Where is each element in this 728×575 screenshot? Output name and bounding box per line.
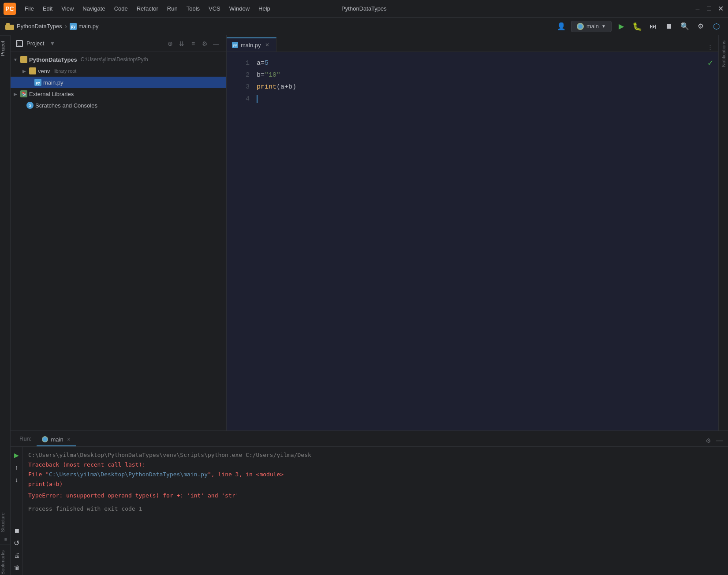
title-bar: PC File Edit View Navigate Code Refactor…	[0, 0, 728, 18]
run-sidebar-print-btn[interactable]: 🖨	[12, 550, 22, 560]
run-console: C:\Users\yilma\Desktop\PythonDataTypes\v…	[23, 447, 728, 575]
main-py-file-icon: py	[34, 79, 41, 86]
tree-venv[interactable]: ▶ venv library root	[11, 65, 226, 77]
sidebar-bookmarks-tab[interactable]: Bookmarks	[0, 545, 10, 575]
console-line-traceback: Traceback (most recent call last):	[28, 460, 723, 470]
tree-root[interactable]: ▼ PythonDataTypes C:\Users\yilma\Desktop…	[11, 54, 226, 65]
bottom-tab-actions: ⚙ —	[703, 436, 728, 445]
line-numbers: 1 2 3 4	[227, 52, 253, 430]
code-line-3: print(a+b)	[253, 81, 718, 93]
add-content-icon[interactable]: ⊕	[165, 39, 175, 48]
breadcrumb-file: py main.py	[70, 23, 99, 30]
editor-content[interactable]: 1 2 3 4 a = 5 b = "10"	[227, 52, 718, 430]
menu-code[interactable]: Code	[111, 4, 131, 14]
run-config-name: main	[586, 23, 599, 30]
root-name: PythonDataTypes	[29, 56, 77, 63]
editor-tab-main-py[interactable]: py main.py ✕	[227, 37, 276, 52]
project-folder-icon	[5, 23, 14, 30]
bottom-tabs-bar: Run: main ✕ ⚙ —	[11, 431, 728, 447]
run-sidebar-stop-btn[interactable]: ⏹	[12, 526, 22, 535]
tree-arrow-extlibs: ▶	[12, 91, 19, 97]
sidebar-structure-tab[interactable]: ≡ Structure	[0, 507, 10, 545]
run-panel-settings-icon[interactable]: ⚙	[703, 436, 713, 445]
run-sidebar: ▶ ↑ ↓ ⏹ ↺ 🖨 🗑	[11, 447, 23, 575]
run-sidebar-down-btn[interactable]: ↓	[12, 475, 22, 485]
maximize-button[interactable]: □	[705, 5, 713, 13]
window-controls: – □ ✕	[694, 5, 724, 13]
check-mark-icon: ✓	[708, 57, 713, 68]
run-sidebar-play-btn[interactable]: ▶	[12, 450, 22, 460]
menu-help[interactable]: Help	[255, 4, 274, 14]
search-button[interactable]: 🔍	[679, 20, 691, 33]
menu-file[interactable]: File	[21, 4, 37, 14]
plugins-button[interactable]: ⬡	[710, 20, 723, 33]
options-icon[interactable]: ≡	[188, 39, 198, 48]
step-over-button[interactable]: ⏭	[647, 20, 659, 33]
settings-gear-icon[interactable]: ⚙	[200, 39, 209, 48]
panel-dropdown-icon[interactable]: ▼	[49, 40, 55, 47]
console-line-path: C:\Users\yilma\Desktop\PythonDataTypes\v…	[28, 450, 723, 460]
run-tab-close-icon[interactable]: ✕	[67, 437, 71, 442]
run-output-area: ▶ ↑ ↓ ⏹ ↺ 🖨 🗑 C:\Users\yilma\Desktop\Pyt…	[11, 447, 728, 575]
collapse-all-icon[interactable]: ⇊	[177, 39, 187, 48]
panel-title: Project	[26, 40, 44, 47]
main-py-name: main.py	[43, 79, 63, 86]
menu-view[interactable]: View	[58, 4, 77, 14]
scratches-name: Scratches and Consoles	[35, 102, 97, 109]
notifications-label[interactable]: Notifications	[721, 35, 726, 72]
tab-py-icon: py	[232, 42, 238, 48]
root-folder-icon	[20, 56, 27, 63]
tree-main-py[interactable]: py main.py	[11, 77, 226, 88]
scratches-icon: S	[26, 102, 34, 109]
menu-vcs[interactable]: VCS	[205, 4, 224, 14]
editor-tab-actions: ⋮	[705, 42, 715, 52]
file-tree: ▼ PythonDataTypes C:\Users\yilma\Desktop…	[11, 52, 226, 430]
close-button[interactable]: ✕	[717, 5, 724, 13]
run-button[interactable]: ▶	[615, 20, 627, 33]
menu-refactor[interactable]: Refactor	[133, 4, 162, 14]
bottom-tab-run-config[interactable]: main ✕	[37, 433, 75, 446]
tree-arrow-root: ▼	[12, 56, 19, 63]
run-config-btn[interactable]: main ▼	[571, 21, 612, 32]
bottom-panel: Run: main ✕ ⚙ — ▶	[11, 430, 728, 575]
console-line-finished: Process finished with exit code 1	[28, 504, 723, 514]
tree-arrow-venv: ▶	[21, 68, 27, 74]
sidebar-project-tab[interactable]: Project	[0, 35, 10, 61]
venv-folder-icon	[29, 67, 36, 74]
tab-close-btn[interactable]: ✕	[264, 41, 271, 48]
panel-header-icons: ⊕ ⇊ ≡ ⚙ —	[165, 39, 221, 48]
tree-external-libs[interactable]: ▶ 📚 External Libraries	[11, 88, 226, 100]
console-line-file: File "C:\Users\yilma\Desktop\PythonDataT…	[28, 470, 723, 479]
left-sidebar-strip: Project ≡ Structure Bookmarks	[0, 35, 11, 575]
editor-more-actions-icon[interactable]: ⋮	[705, 42, 715, 52]
project-panel: Project ▼ ⊕ ⇊ ≡ ⚙ — ▼	[11, 35, 227, 430]
editor-tabs: py main.py ✕ ⋮	[227, 35, 718, 52]
breadcrumb-separator: ›	[65, 22, 67, 30]
nav-bar: PythonDataTypes › py main.py 👤 main ▼ ▶ …	[0, 18, 728, 35]
breadcrumb-project[interactable]: PythonDataTypes	[17, 23, 62, 30]
menu-run[interactable]: Run	[164, 4, 181, 14]
menu-window[interactable]: Window	[226, 4, 253, 14]
menu-edit[interactable]: Edit	[39, 4, 56, 14]
breadcrumb-filename[interactable]: main.py	[78, 23, 99, 30]
file-link[interactable]: C:\Users\yilma\Desktop\PythonDataTypes\m…	[49, 471, 208, 478]
user-icon-btn[interactable]: 👤	[555, 20, 567, 33]
tree-arrow-scratches	[19, 102, 25, 108]
menu-tools[interactable]: Tools	[183, 4, 203, 14]
run-sidebar-up-btn[interactable]: ↑	[12, 463, 22, 472]
venv-name: venv	[38, 68, 50, 74]
run-panel-minimize-icon[interactable]: —	[715, 436, 724, 445]
run-sidebar-delete-btn[interactable]: 🗑	[12, 563, 22, 572]
breadcrumb: PythonDataTypes › py main.py	[5, 22, 98, 30]
run-sidebar-rerun-btn[interactable]: ↺	[12, 538, 22, 548]
settings-button[interactable]: ⚙	[694, 20, 707, 33]
code-line-1: a = 5	[253, 57, 718, 69]
minimize-button[interactable]: –	[694, 5, 702, 13]
root-path: C:\Users\yilma\Desktop\Pyth	[81, 56, 148, 63]
menu-navigate[interactable]: Navigate	[79, 4, 108, 14]
tree-scratches[interactable]: S Scratches and Consoles	[11, 100, 226, 111]
code-area[interactable]: a = 5 b = "10" print(a+b)	[253, 52, 718, 430]
hide-panel-icon[interactable]: —	[211, 39, 221, 48]
debug-button[interactable]: 🐛	[631, 20, 643, 33]
stop-button[interactable]: ⏹	[663, 20, 675, 33]
